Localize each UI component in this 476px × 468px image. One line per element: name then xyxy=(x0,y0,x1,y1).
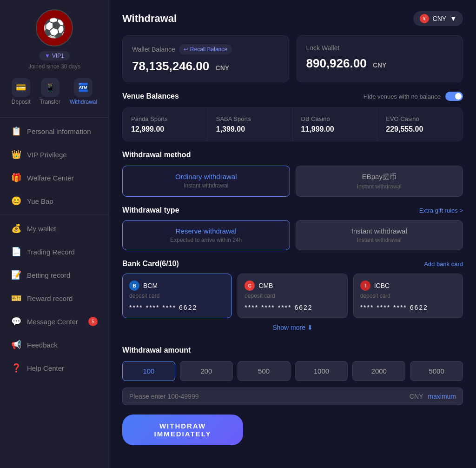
sidebar-item-help-center[interactable]: ❓ Help Center xyxy=(0,356,109,380)
venue-panda-name: Panda Sports xyxy=(131,115,199,122)
maximum-button[interactable]: maximum xyxy=(428,393,456,400)
bank-section-title: Bank Card(6/10) xyxy=(122,260,179,268)
sidebar-item-trading-record[interactable]: 📄 Trading Record xyxy=(0,240,109,263)
method-ebpay[interactable]: EBpay提币 Instant withdrawal xyxy=(296,166,463,197)
sidebar-item-feedback[interactable]: 📢 Feedback xyxy=(0,333,109,356)
icbc-header: I ICBC xyxy=(360,281,456,291)
sidebar-item-my-wallet[interactable]: 💰 My wallet xyxy=(0,217,109,240)
bcm-masked: **** **** **** xyxy=(129,304,176,311)
sidebar-label-welfare: Welfare Center xyxy=(27,174,74,182)
sidebar-item-reward-record[interactable]: 🎫 Reward record xyxy=(0,287,109,310)
lock-currency: CNY xyxy=(373,61,387,69)
cmb-name: CMB xyxy=(258,282,273,289)
bcm-last4: 6622 xyxy=(179,304,197,311)
withdraw-immediately-button[interactable]: WITHDRAW IMMEDIATELY xyxy=(122,415,243,445)
bcm-number: **** **** **** 6622 xyxy=(129,304,225,311)
wallet-currency: CNY xyxy=(216,64,230,72)
currency-flag-symbol: ¥ xyxy=(423,16,426,21)
cmb-type: deposit card xyxy=(245,293,340,299)
amount-100[interactable]: 100 xyxy=(122,361,175,381)
venue-toggle[interactable] xyxy=(445,92,463,101)
currency-label: CNY xyxy=(433,15,447,22)
vip-badge: ▼ VIP1 xyxy=(39,51,70,60)
recall-icon: ↩ xyxy=(184,46,188,53)
wallet-balance-card: Wallet Balance ↩ Recall Balance 78,135,2… xyxy=(122,35,289,82)
sidebar-label-feedback: Feedback xyxy=(27,341,58,349)
sidebar-item-personal-information[interactable]: 📋 Personal information xyxy=(0,120,109,143)
sidebar-label-help: Help Center xyxy=(27,364,64,372)
venue-db-name: DB Casino xyxy=(301,115,369,122)
icbc-name: ICBC xyxy=(374,282,390,289)
type-reserve[interactable]: Reserve withdrawal Expected to arrive wi… xyxy=(122,220,290,250)
cmb-header: C CMB xyxy=(245,281,340,291)
deposit-icon: 💳 xyxy=(12,78,30,97)
venue-section-title: Venue Balances xyxy=(122,92,179,100)
amount-2000[interactable]: 2000 xyxy=(352,361,405,381)
amount-1000[interactable]: 1000 xyxy=(295,361,348,381)
icbc-type: deposit card xyxy=(360,293,456,299)
sidebar-label-yue-bao: Yue Bao xyxy=(27,197,53,205)
currency-selector[interactable]: ¥ CNY ▼ xyxy=(413,11,463,26)
venue-panda-amount: 12,999.00 xyxy=(131,125,199,134)
feedback-icon: 📢 xyxy=(11,340,21,350)
lock-wallet-amount: 890,926.00 CNY xyxy=(306,56,454,71)
cmb-number: **** **** **** 6622 xyxy=(245,304,340,311)
toggle-label: Hide venues with no balance xyxy=(364,93,441,100)
currency-flag: ¥ xyxy=(420,14,429,23)
amount-input[interactable] xyxy=(129,393,405,400)
venue-evo-casino: EVO Casino 229,555.00 xyxy=(377,108,463,141)
sidebar-item-betting-record[interactable]: 📝 Betting record xyxy=(0,263,109,287)
venue-db-casino: DB Casino 11,999.00 xyxy=(293,108,378,141)
bank-card-cmb[interactable]: C CMB deposit card **** **** **** 6622 xyxy=(238,274,347,318)
bcm-logo: B xyxy=(129,281,139,291)
extra-gift-link[interactable]: Extra gift rules > xyxy=(419,207,463,214)
method-ordinary[interactable]: Ordinary withdrawal Instant withdrawal xyxy=(122,166,290,197)
amount-buttons: 100 200 500 1000 2000 5000 xyxy=(122,361,463,381)
amount-input-row: CNY maximum xyxy=(122,388,463,405)
sidebar-label-reward: Reward record xyxy=(27,294,73,302)
recall-label: Recall Balance xyxy=(190,46,227,53)
page-header: Withdrawal ¥ CNY ▼ xyxy=(122,11,463,26)
method-ebpay-sub: Instant withdrawal xyxy=(357,183,402,190)
bank-card-bcm[interactable]: B BCM deposit card **** **** **** 6622 xyxy=(122,274,232,318)
type-header: Withdrawal type Extra gift rules > xyxy=(122,206,463,214)
wallet-balance-amount: 78,135,246.00 CNY xyxy=(132,59,279,74)
show-more-button[interactable]: Show more ⬇ xyxy=(122,318,463,337)
venue-evo-amount: 229,555.00 xyxy=(386,125,454,134)
icbc-number: **** **** **** 6622 xyxy=(360,304,456,311)
amount-currency: CNY xyxy=(410,393,423,400)
wallet-balance-label: Wallet Balance ↩ Recall Balance xyxy=(132,44,279,54)
method-section-header: Withdrawal method xyxy=(122,151,463,159)
bcm-name: BCM xyxy=(143,282,158,289)
bank-card-icbc[interactable]: I ICBC deposit card **** **** **** 6622 xyxy=(353,274,463,318)
vip-label: VIP1 xyxy=(52,53,64,59)
venue-balances-section: Venue Balances Hide venues with no balan… xyxy=(122,92,463,141)
sidebar-item-yue-bao[interactable]: 😊 Yue Bao xyxy=(0,189,109,213)
amount-500[interactable]: 500 xyxy=(238,361,291,381)
sidebar-item-vip-privilege[interactable]: 👑 VIP Privilege xyxy=(0,143,109,166)
amount-5000[interactable]: 5000 xyxy=(410,361,463,381)
amount-200[interactable]: 200 xyxy=(180,361,233,381)
sidebar-item-welfare-center[interactable]: 🎁 Welfare Center xyxy=(0,166,109,189)
icbc-masked: **** **** **** xyxy=(360,304,407,311)
type-section-title: Withdrawal type xyxy=(122,206,179,214)
withdrawal-icon: 🏧 xyxy=(74,78,93,97)
method-row: Ordinary withdrawal Instant withdrawal E… xyxy=(122,166,463,197)
type-instant[interactable]: Instant withdrawal Instant withdrawal xyxy=(296,220,463,250)
sidebar: ⚽ ▼ VIP1 Joined since 30 days 💳 Deposit … xyxy=(0,0,109,468)
trading-icon: 📄 xyxy=(11,247,21,257)
yue-bao-icon: 😊 xyxy=(11,196,21,206)
amount-section-title: Withdrawal amount xyxy=(122,346,191,354)
deposit-action[interactable]: 💳 Deposit xyxy=(12,78,31,105)
toggle-row: Hide venues with no balance xyxy=(364,92,463,101)
transfer-action[interactable]: 📱 Transfer xyxy=(40,78,60,105)
chevron-down-icon: ▼ xyxy=(450,15,456,22)
sidebar-item-message-center[interactable]: 💬 Message Center 5 xyxy=(0,310,109,333)
vip-privilege-icon: 👑 xyxy=(11,149,21,160)
recall-balance-button[interactable]: ↩ Recall Balance xyxy=(179,44,232,54)
add-bank-card-button[interactable]: Add bank card xyxy=(424,261,463,267)
type-instant-label: Instant withdrawal xyxy=(351,227,407,235)
withdrawal-action[interactable]: 🏧 Withdrawal xyxy=(70,78,97,105)
transfer-icon: 📱 xyxy=(41,78,60,97)
lock-wallet-card: Lock Wallet 890,926.00 CNY xyxy=(297,35,463,82)
